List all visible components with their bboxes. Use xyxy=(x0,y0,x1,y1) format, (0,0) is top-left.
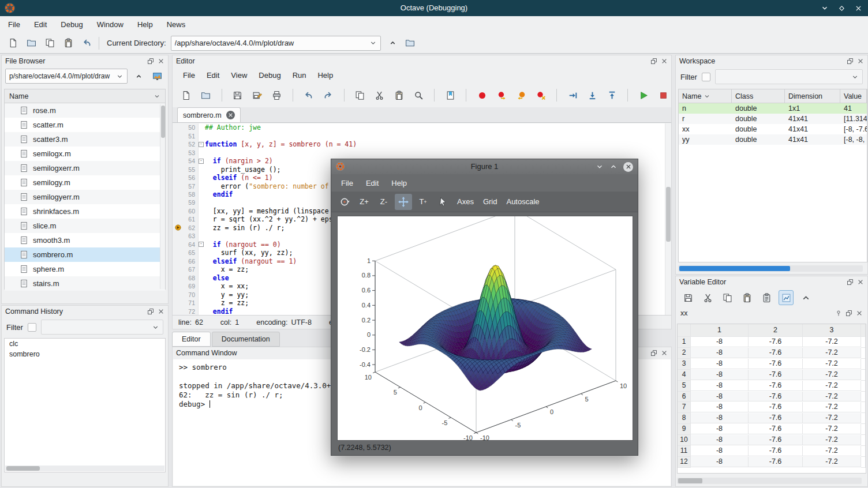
new-script-icon[interactable] xyxy=(5,35,21,51)
grid-cell[interactable]: -8 xyxy=(691,337,749,347)
grid-cell[interactable]: -7.2 xyxy=(803,370,861,380)
file-row[interactable]: semilogyerr.m xyxy=(5,190,165,204)
column-header-1[interactable]: 1 xyxy=(691,324,749,337)
history-filter-combobox[interactable] xyxy=(41,320,163,335)
code-line-51[interactable]: 51 xyxy=(173,132,671,140)
grid-cell[interactable]: -8 xyxy=(691,359,749,369)
row-header-3[interactable]: 3 xyxy=(678,359,691,370)
grid-cell[interactable]: -7.2 xyxy=(803,413,861,423)
line-number[interactable]: 71 xyxy=(182,299,197,306)
figure-menu-help[interactable]: Help xyxy=(385,179,413,187)
file-row[interactable]: scatter3.m xyxy=(5,132,165,147)
grid-cell[interactable]: -8 xyxy=(691,392,749,402)
grid-cell[interactable]: -7.2 xyxy=(803,392,861,402)
grid-cell[interactable]: -7.6 xyxy=(749,337,803,347)
grid-cell[interactable]: -8 xyxy=(691,348,749,358)
close-button[interactable] xyxy=(855,5,862,12)
line-number[interactable]: 57 xyxy=(182,183,197,190)
close-panel-icon[interactable] xyxy=(158,58,164,65)
file-row[interactable]: stairs.m xyxy=(5,276,165,291)
zoom-out-button[interactable]: Z- xyxy=(375,194,392,210)
fold-marker-icon[interactable]: - xyxy=(197,159,205,164)
grid-cell[interactable]: -7.2 xyxy=(803,337,861,347)
figure-close-button[interactable] xyxy=(623,162,633,172)
row-header-8[interactable]: 8 xyxy=(678,413,691,424)
grid-cell[interactable]: -7.6 xyxy=(749,359,803,369)
line-number[interactable]: 60 xyxy=(182,208,197,215)
file-row[interactable]: slice.m xyxy=(5,219,165,233)
undock-icon[interactable] xyxy=(650,350,657,356)
axes-button[interactable]: Axes xyxy=(454,194,477,210)
directory-up-button[interactable] xyxy=(386,36,401,51)
workspace-title[interactable]: Workspace xyxy=(676,55,867,67)
figure-maximize-button[interactable] xyxy=(609,163,618,171)
copy-icon[interactable] xyxy=(720,290,735,305)
save-icon[interactable] xyxy=(680,290,695,305)
grid-cell[interactable]: -8 xyxy=(691,381,749,391)
toggle-breakpoint-icon[interactable] xyxy=(474,87,490,103)
file-row[interactable]: sombrero.m xyxy=(5,247,165,262)
grid-cell[interactable]: -8 xyxy=(691,413,749,423)
row-header-7[interactable]: 7 xyxy=(678,402,691,413)
run-icon[interactable] xyxy=(635,87,652,103)
browser-up-button[interactable] xyxy=(131,69,146,84)
line-number[interactable]: 69 xyxy=(182,283,197,290)
figure-minimize-button[interactable] xyxy=(596,163,604,171)
workspace-row-xx[interactable]: xxdouble41x41[-8, -7.6 xyxy=(679,124,867,134)
figure-menu-edit[interactable]: Edit xyxy=(360,179,385,187)
remove-breakpoints-icon[interactable] xyxy=(533,87,549,103)
history-item[interactable]: clc xyxy=(5,339,165,349)
tab-close-icon[interactable] xyxy=(226,111,235,119)
pin-icon[interactable] xyxy=(835,310,842,317)
open-icon[interactable] xyxy=(23,35,39,51)
row-header-11[interactable]: 11 xyxy=(678,446,691,457)
figure-window[interactable]: Figure 1 FileEditHelp Z+Z-T+AxesGridAuto… xyxy=(331,159,638,456)
line-number[interactable]: 72 xyxy=(182,308,197,315)
plot-icon[interactable] xyxy=(779,290,794,305)
variable-hscrollbar[interactable] xyxy=(677,478,862,484)
grid-cell[interactable]: -8 xyxy=(691,446,749,456)
figure-titlebar[interactable]: Figure 1 xyxy=(331,159,638,174)
line-number[interactable]: 65 xyxy=(182,249,197,256)
menu-file[interactable]: File xyxy=(1,16,27,33)
tab-documentation[interactable]: Documentation xyxy=(212,332,280,347)
save-as-icon[interactable] xyxy=(249,87,265,103)
autoscale-button[interactable]: Autoscale xyxy=(503,194,542,210)
undock-icon[interactable] xyxy=(845,310,852,317)
filter-checkbox[interactable] xyxy=(28,323,36,332)
cut-icon[interactable] xyxy=(700,290,715,305)
editor-menu-debug[interactable]: Debug xyxy=(253,71,286,80)
code-line-52[interactable]: 52-function [x, y, z] = sombrero (n = 41… xyxy=(173,140,671,148)
copy-icon[interactable] xyxy=(352,87,368,103)
close-panel-icon[interactable] xyxy=(661,350,668,356)
menu-edit[interactable]: Edit xyxy=(27,16,54,33)
filter-checkbox[interactable] xyxy=(702,73,710,81)
history-item[interactable]: sombrero xyxy=(5,349,165,359)
grid-cell[interactable]: -7.6 xyxy=(749,348,803,358)
current-directory-combobox[interactable]: /app/share/octave/4.4.0/m/plot/draw xyxy=(171,36,381,51)
line-number[interactable]: 55 xyxy=(182,166,197,173)
pan-icon[interactable] xyxy=(395,194,412,210)
undo-icon[interactable] xyxy=(78,35,95,51)
grid-cell[interactable]: -7.2 xyxy=(803,402,861,412)
workspace-column-class[interactable]: Class xyxy=(732,89,785,103)
row-header-5[interactable]: 5 xyxy=(678,381,691,392)
line-number[interactable]: 59 xyxy=(182,199,197,206)
file-row[interactable]: shrinkfaces.m xyxy=(5,204,165,219)
code-line-50[interactable]: 50## Author: jwe xyxy=(173,123,671,132)
new-script-icon[interactable] xyxy=(178,87,194,103)
line-number[interactable]: 52 xyxy=(182,141,197,148)
grid-cell[interactable]: -7.6 xyxy=(749,457,803,467)
command-history-title[interactable]: Command History xyxy=(2,306,168,317)
line-number[interactable]: 67 xyxy=(182,266,197,273)
menu-news[interactable]: News xyxy=(160,16,193,33)
tab-sombrero[interactable]: sombrero.m xyxy=(177,107,241,122)
line-number[interactable]: 56 xyxy=(182,174,197,181)
open-icon[interactable] xyxy=(198,87,214,103)
grid-cell[interactable]: -7.6 xyxy=(749,413,803,423)
select-icon[interactable] xyxy=(434,194,451,210)
grid-cell[interactable]: -7.2 xyxy=(803,359,861,369)
workspace-column-value[interactable]: Value xyxy=(840,89,867,103)
browser-actions-button[interactable] xyxy=(149,69,164,84)
workspace-row-yy[interactable]: yydouble41x41[-8, -8, xyxy=(679,134,867,145)
